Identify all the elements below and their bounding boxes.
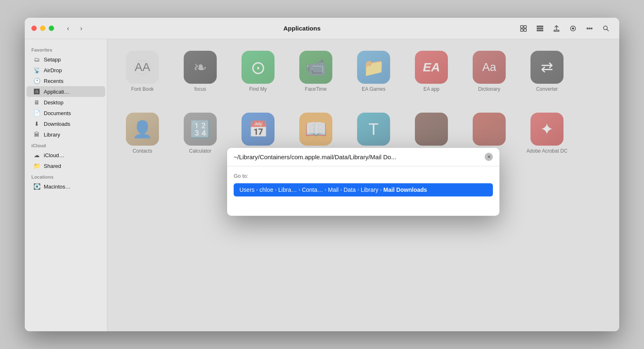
breadcrumb-separator: › bbox=[256, 187, 258, 193]
maximize-button[interactable] bbox=[49, 26, 54, 31]
shared-icon: 📁 bbox=[33, 163, 40, 169]
library-icon: 🏛 bbox=[33, 131, 40, 138]
sidebar-item-library[interactable]: 🏛Library bbox=[26, 129, 105, 140]
downloads-icon: ⬇ bbox=[33, 120, 40, 127]
svg-rect-6 bbox=[537, 30, 543, 31]
breadcrumb-separator: › bbox=[380, 187, 382, 193]
sidebar-item-airdrop[interactable]: 📡AirDrop bbox=[26, 65, 105, 75]
breadcrumb-item-users[interactable]: Users bbox=[239, 186, 255, 193]
sidebar: Favorites🗂Setapp📡AirDrop🕐Recents🅰Applica… bbox=[25, 39, 107, 331]
goto-path-input[interactable] bbox=[234, 153, 481, 160]
share-button[interactable] bbox=[550, 23, 563, 34]
breadcrumb-item-chloe[interactable]: chloe bbox=[260, 186, 273, 193]
sidebar-item-label-desktop: Desktop bbox=[44, 99, 64, 106]
sidebar-item-recents[interactable]: 🕐Recents bbox=[26, 75, 105, 86]
sidebar-item-label-airdrop: AirDrop bbox=[44, 67, 62, 73]
svg-point-11 bbox=[591, 28, 592, 29]
forward-button[interactable]: › bbox=[76, 23, 87, 34]
file-grid: AAFont Book❧focus⊙Find My📹FaceTime📁EA Ga… bbox=[107, 39, 619, 331]
sidebar-item-setapp[interactable]: 🗂Setapp bbox=[26, 54, 105, 65]
close-button[interactable] bbox=[31, 26, 37, 31]
more-button[interactable] bbox=[583, 23, 596, 34]
breadcrumb-separator: › bbox=[358, 187, 359, 193]
view-list-button[interactable] bbox=[533, 23, 547, 34]
icloud-drive-icon: ☁ bbox=[33, 152, 40, 158]
back-button[interactable]: ‹ bbox=[62, 23, 74, 34]
sidebar-item-label-applications: Applicati… bbox=[44, 89, 69, 95]
tag-button[interactable] bbox=[566, 23, 580, 34]
airdrop-icon: 📡 bbox=[33, 67, 40, 73]
breadcrumb-item-lib2[interactable]: Library bbox=[361, 186, 379, 193]
sidebar-item-label-shared: Shared bbox=[44, 163, 61, 169]
breadcrumb-item-library[interactable]: Libra… bbox=[278, 186, 297, 193]
window-title: Applications bbox=[87, 25, 517, 32]
sidebar-item-label-documents: Documents bbox=[44, 110, 71, 116]
recents-icon: 🕐 bbox=[33, 78, 40, 84]
sidebar-item-desktop[interactable]: 🖥Desktop bbox=[26, 97, 105, 108]
sidebar-section-label: Favorites bbox=[25, 44, 107, 54]
breadcrumb-item-data[interactable]: Data bbox=[343, 186, 356, 193]
sidebar-item-label-library: Library bbox=[44, 132, 60, 138]
macintosh-icon: 💽 bbox=[33, 183, 40, 190]
goto-close-button[interactable]: ✕ bbox=[485, 153, 493, 161]
sidebar-section-label: iCloud bbox=[25, 140, 107, 150]
sidebar-item-downloads[interactable]: ⬇Downloads bbox=[26, 118, 105, 129]
sidebar-item-documents[interactable]: 📄Documents bbox=[26, 108, 105, 118]
breadcrumb-item-mail[interactable]: Mail bbox=[328, 186, 339, 193]
svg-point-9 bbox=[587, 28, 588, 29]
finder-window: ‹ › Applications bbox=[25, 18, 619, 331]
sidebar-item-label-macintosh: Macintos… bbox=[44, 184, 71, 190]
sidebar-item-label-downloads: Downloads bbox=[44, 121, 70, 127]
goto-input-row: ✕ bbox=[227, 148, 500, 166]
breadcrumb-separator: › bbox=[325, 187, 327, 193]
desktop-icon: 🖥 bbox=[33, 99, 40, 106]
title-bar: ‹ › Applications bbox=[25, 18, 619, 39]
toolbar-actions bbox=[517, 23, 613, 34]
window-controls bbox=[31, 26, 54, 31]
setapp-icon: 🗂 bbox=[33, 56, 40, 63]
svg-rect-3 bbox=[524, 29, 526, 31]
breadcrumb-item-mail-downloads[interactable]: Mail Downloads bbox=[384, 186, 427, 193]
breadcrumb-separator: › bbox=[275, 187, 277, 193]
breadcrumb-path: Users › chloe › Libra… › Conta… › Mail ›… bbox=[234, 183, 493, 196]
sidebar-item-label-recents: Recents bbox=[44, 78, 64, 84]
svg-rect-2 bbox=[521, 29, 523, 31]
svg-rect-0 bbox=[521, 26, 523, 28]
svg-point-8 bbox=[572, 27, 574, 29]
nav-buttons: ‹ › bbox=[62, 23, 87, 34]
applications-icon: 🅰 bbox=[33, 88, 40, 95]
goto-label: Go to: bbox=[234, 173, 493, 179]
search-button[interactable] bbox=[599, 23, 613, 34]
sidebar-section-label: Locations bbox=[25, 171, 107, 181]
breadcrumb-separator: › bbox=[298, 187, 300, 193]
goto-dialog: ✕ Go to: Users › chloe › Libra… › Conta…… bbox=[227, 148, 500, 216]
sidebar-item-applications[interactable]: 🅰Applicati… bbox=[26, 86, 105, 97]
breadcrumb-item-containers[interactable]: Conta… bbox=[302, 186, 323, 193]
breadcrumb-separator: › bbox=[340, 187, 342, 193]
goto-body: Go to: Users › chloe › Libra… › Conta… ›… bbox=[227, 166, 500, 216]
svg-rect-1 bbox=[524, 26, 526, 28]
minimize-button[interactable] bbox=[40, 26, 45, 31]
svg-rect-5 bbox=[537, 28, 543, 29]
svg-rect-4 bbox=[537, 26, 543, 27]
sidebar-item-macintosh[interactable]: 💽Macintos… bbox=[26, 181, 105, 192]
view-grid-button[interactable] bbox=[517, 23, 530, 34]
documents-icon: 📄 bbox=[33, 110, 40, 116]
svg-point-10 bbox=[589, 28, 590, 29]
sidebar-item-label-setapp: Setapp bbox=[44, 57, 61, 63]
sidebar-item-icloud-drive[interactable]: ☁iCloud… bbox=[26, 150, 105, 160]
svg-line-13 bbox=[607, 29, 608, 31]
main-content: Favorites🗂Setapp📡AirDrop🕐Recents🅰Applica… bbox=[25, 39, 619, 331]
sidebar-item-shared[interactable]: 📁Shared bbox=[26, 160, 105, 171]
sidebar-item-label-icloud-drive: iCloud… bbox=[44, 152, 64, 158]
